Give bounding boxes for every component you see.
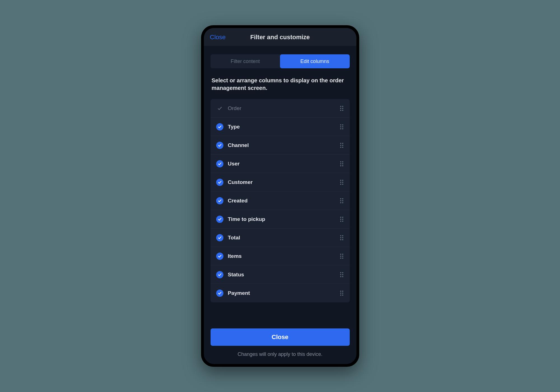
column-label: Type <box>228 124 339 130</box>
column-row[interactable]: Items <box>211 247 350 265</box>
column-row[interactable]: Channel <box>211 136 350 155</box>
drag-handle-icon[interactable] <box>339 272 345 277</box>
checkbox-toggle[interactable] <box>216 290 223 297</box>
column-row[interactable]: Total <box>211 228 350 247</box>
checkbox-toggle[interactable] <box>216 123 223 130</box>
column-label: Order <box>228 105 339 111</box>
column-list: OrderTypeChannelUserCustomerCreatedTime … <box>211 99 350 302</box>
drag-handle-icon[interactable] <box>339 161 345 166</box>
drag-handle-icon[interactable] <box>339 254 345 259</box>
column-label: Channel <box>228 142 339 148</box>
column-row[interactable]: Type <box>211 118 350 136</box>
column-label: Customer <box>228 179 339 185</box>
tab-group: Filter content Edit columns <box>211 54 350 68</box>
checkbox-toggle[interactable] <box>216 179 223 186</box>
app-screen: Close Filter and customize Filter conten… <box>204 28 356 364</box>
column-label: Payment <box>228 290 339 296</box>
drag-handle-icon[interactable] <box>339 291 345 296</box>
drag-handle-icon[interactable] <box>339 106 345 111</box>
device-frame: Close Filter and customize Filter conten… <box>201 25 359 367</box>
checkbox-toggle[interactable] <box>216 142 223 149</box>
drag-handle-icon[interactable] <box>339 198 345 203</box>
tab-edit-columns[interactable]: Edit columns <box>280 54 350 68</box>
column-label: Time to pickup <box>228 216 339 222</box>
checkbox-toggle[interactable] <box>216 253 223 260</box>
column-row[interactable]: User <box>211 155 350 173</box>
column-row[interactable]: Created <box>211 192 350 210</box>
footnote-text: Changes will only apply to this device. <box>211 351 350 357</box>
column-row[interactable]: Status <box>211 265 350 284</box>
close-link[interactable]: Close <box>210 34 226 41</box>
checkbox-toggle[interactable] <box>216 271 223 278</box>
column-label: Items <box>228 253 339 259</box>
drag-handle-icon[interactable] <box>339 180 345 185</box>
check-icon <box>216 105 223 112</box>
instructions-text: Select or arrange columns to display on … <box>212 77 349 92</box>
column-label: Total <box>228 235 339 241</box>
column-label: User <box>228 161 339 167</box>
column-row[interactable]: Payment <box>211 284 350 302</box>
drag-handle-icon[interactable] <box>339 124 345 129</box>
modal-title: Filter and customize <box>250 34 310 41</box>
column-label: Status <box>228 272 339 278</box>
modal-content: Filter content Edit columns Select or ar… <box>204 46 356 364</box>
drag-handle-icon[interactable] <box>339 217 345 222</box>
column-row[interactable]: Customer <box>211 173 350 192</box>
column-row[interactable]: Order <box>211 99 350 118</box>
checkbox-toggle[interactable] <box>216 160 223 167</box>
drag-handle-icon[interactable] <box>339 235 345 240</box>
checkbox-toggle[interactable] <box>216 234 223 241</box>
modal-header: Close Filter and customize <box>204 28 356 46</box>
column-label: Created <box>228 198 339 204</box>
checkbox-toggle[interactable] <box>216 197 223 204</box>
tab-filter-content[interactable]: Filter content <box>211 54 280 68</box>
modal-footer: Close Changes will only apply to this de… <box>211 321 350 358</box>
close-button[interactable]: Close <box>211 328 350 346</box>
column-row[interactable]: Time to pickup <box>211 210 350 228</box>
checkbox-toggle[interactable] <box>216 216 223 223</box>
drag-handle-icon[interactable] <box>339 143 345 148</box>
